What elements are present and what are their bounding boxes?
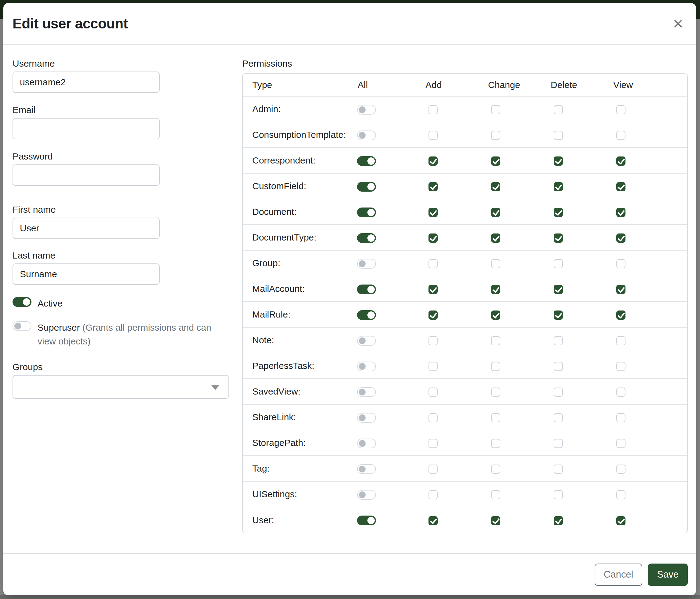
note-delete-checkbox[interactable] xyxy=(554,336,563,345)
mailrule-add-checkbox[interactable] xyxy=(428,311,438,320)
user-all-toggle[interactable] xyxy=(357,516,376,525)
tag-all-toggle[interactable] xyxy=(357,464,376,474)
sharelink-change-checkbox[interactable] xyxy=(491,413,500,422)
documenttype-view-checkbox[interactable] xyxy=(616,234,625,243)
group-delete-checkbox[interactable] xyxy=(554,259,563,268)
correspondent-add-checkbox[interactable] xyxy=(428,157,438,166)
note-add-checkbox[interactable] xyxy=(428,336,438,345)
superuser-text: Superuser (Grants all permissions and ca… xyxy=(38,320,227,348)
paperlesstask-all-toggle[interactable] xyxy=(357,362,376,371)
uisettings-view-checkbox[interactable] xyxy=(616,490,625,499)
group-view-checkbox[interactable] xyxy=(616,259,625,268)
storagepath-add-checkbox[interactable] xyxy=(428,439,438,448)
user-change-checkbox[interactable] xyxy=(491,516,500,525)
mailrule-view-checkbox[interactable] xyxy=(616,311,625,320)
documenttype-add-checkbox[interactable] xyxy=(428,234,438,243)
documenttype-delete-checkbox[interactable] xyxy=(554,234,563,243)
document-delete-checkbox[interactable] xyxy=(554,208,563,217)
groups-select[interactable] xyxy=(12,375,229,399)
cancel-button[interactable]: Cancel xyxy=(595,564,643,586)
uisettings-add-checkbox[interactable] xyxy=(428,490,438,499)
admin-view-checkbox[interactable] xyxy=(616,105,625,114)
first-name-input[interactable] xyxy=(12,218,160,239)
document-add-checkbox[interactable] xyxy=(428,208,438,217)
uisettings-change-checkbox[interactable] xyxy=(491,490,500,499)
customfield-view-checkbox[interactable] xyxy=(616,182,625,191)
note-view-checkbox[interactable] xyxy=(616,336,625,345)
tag-change-checkbox[interactable] xyxy=(491,464,500,474)
mailaccount-add-checkbox[interactable] xyxy=(428,285,438,294)
password-input[interactable] xyxy=(12,164,160,186)
close-button[interactable]: × xyxy=(670,15,686,32)
permission-type-label: Tag: xyxy=(243,456,353,481)
document-change-checkbox[interactable] xyxy=(491,208,500,217)
tag-delete-checkbox[interactable] xyxy=(554,464,563,474)
user-delete-checkbox[interactable] xyxy=(554,516,563,525)
group-change-checkbox[interactable] xyxy=(491,259,500,268)
uisettings-delete-checkbox[interactable] xyxy=(554,490,563,499)
paperlesstask-change-checkbox[interactable] xyxy=(491,362,500,371)
paperlesstask-add-checkbox[interactable] xyxy=(428,362,438,371)
savedview-view-checkbox[interactable] xyxy=(616,387,625,397)
correspondent-change-checkbox[interactable] xyxy=(491,157,500,166)
mailrule-delete-checkbox[interactable] xyxy=(554,311,563,320)
documenttype-all-toggle[interactable] xyxy=(357,233,376,243)
note-all-toggle[interactable] xyxy=(357,336,376,346)
savedview-delete-checkbox[interactable] xyxy=(554,387,563,397)
paperlesstask-view-checkbox[interactable] xyxy=(616,362,625,371)
consumptiontemplate-all-toggle[interactable] xyxy=(357,130,376,140)
last-name-input[interactable] xyxy=(12,263,160,285)
active-toggle-row: Active xyxy=(12,296,242,310)
savedview-change-checkbox[interactable] xyxy=(491,387,500,397)
correspondent-delete-checkbox[interactable] xyxy=(554,157,563,166)
mailaccount-delete-checkbox[interactable] xyxy=(554,285,563,294)
mailaccount-all-toggle[interactable] xyxy=(357,285,376,294)
mailaccount-change-checkbox[interactable] xyxy=(491,285,500,294)
admin-delete-checkbox[interactable] xyxy=(554,105,563,114)
document-view-checkbox[interactable] xyxy=(616,208,625,217)
customfield-add-checkbox[interactable] xyxy=(428,182,438,191)
form-fields: Username Email Password First name Last … xyxy=(12,58,242,285)
admin-change-checkbox[interactable] xyxy=(491,105,500,114)
active-toggle[interactable] xyxy=(12,297,31,307)
sharelink-add-checkbox[interactable] xyxy=(428,413,438,422)
email-input[interactable] xyxy=(12,118,160,139)
customfield-change-checkbox[interactable] xyxy=(491,182,500,191)
group-all-toggle[interactable] xyxy=(357,259,376,269)
consumptiontemplate-delete-checkbox[interactable] xyxy=(554,131,563,140)
sharelink-all-toggle[interactable] xyxy=(357,413,376,423)
paperlesstask-delete-checkbox[interactable] xyxy=(554,362,563,371)
consumptiontemplate-add-checkbox[interactable] xyxy=(428,131,438,140)
uisettings-all-toggle[interactable] xyxy=(357,490,376,500)
sharelink-view-checkbox[interactable] xyxy=(616,413,625,422)
superuser-toggle[interactable] xyxy=(12,321,31,331)
savedview-add-checkbox[interactable] xyxy=(428,387,438,397)
save-button[interactable]: Save xyxy=(648,564,688,586)
correspondent-all-toggle[interactable] xyxy=(357,156,376,166)
username-input[interactable] xyxy=(12,72,160,93)
document-all-toggle[interactable] xyxy=(357,208,376,217)
correspondent-view-checkbox[interactable] xyxy=(616,157,625,166)
sharelink-delete-checkbox[interactable] xyxy=(554,413,563,422)
mailaccount-view-checkbox[interactable] xyxy=(616,285,625,294)
documenttype-change-checkbox[interactable] xyxy=(491,234,500,243)
tag-add-checkbox[interactable] xyxy=(428,464,438,474)
savedview-all-toggle[interactable] xyxy=(357,387,376,397)
admin-add-checkbox[interactable] xyxy=(428,105,438,114)
consumptiontemplate-change-checkbox[interactable] xyxy=(491,131,500,140)
admin-all-toggle[interactable] xyxy=(357,105,376,115)
storagepath-delete-checkbox[interactable] xyxy=(554,439,563,448)
group-add-checkbox[interactable] xyxy=(428,259,438,268)
storagepath-view-checkbox[interactable] xyxy=(616,439,625,448)
tag-view-checkbox[interactable] xyxy=(616,464,625,474)
customfield-delete-checkbox[interactable] xyxy=(554,182,563,191)
customfield-all-toggle[interactable] xyxy=(357,182,376,192)
note-change-checkbox[interactable] xyxy=(491,336,500,345)
storagepath-all-toggle[interactable] xyxy=(357,438,376,448)
storagepath-change-checkbox[interactable] xyxy=(491,439,500,448)
user-add-checkbox[interactable] xyxy=(428,516,438,525)
consumptiontemplate-view-checkbox[interactable] xyxy=(616,131,625,140)
user-view-checkbox[interactable] xyxy=(616,516,625,525)
mailrule-all-toggle[interactable] xyxy=(357,310,376,320)
mailrule-change-checkbox[interactable] xyxy=(491,311,500,320)
